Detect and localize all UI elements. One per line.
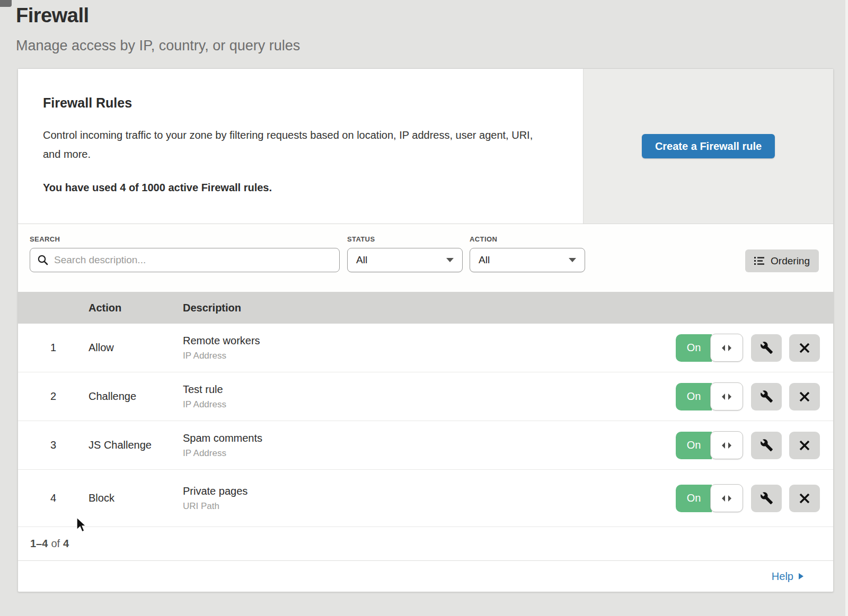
action-column-header: Action bbox=[89, 302, 183, 314]
rule-description: Test rule bbox=[183, 383, 676, 396]
rule-priority: 2 bbox=[18, 390, 89, 403]
chevron-down-icon bbox=[446, 258, 454, 262]
search-label: SEARCH bbox=[30, 235, 340, 243]
rule-description: Private pages bbox=[183, 485, 676, 497]
action-select[interactable]: All bbox=[470, 248, 585, 272]
rule-action: JS Challenge bbox=[89, 439, 183, 451]
table-row: 2 Challenge Test rule IP Address On bbox=[18, 372, 833, 421]
rules-usage-text: You have used 4 of 1000 active Firewall … bbox=[43, 182, 551, 194]
rule-match-type: URI Path bbox=[183, 501, 676, 512]
page-subtitle: Manage access by IP, country, or query r… bbox=[16, 38, 848, 54]
pagination-total: 4 bbox=[63, 538, 69, 550]
search-filter-group: SEARCH bbox=[30, 235, 340, 272]
wrench-icon bbox=[760, 492, 773, 505]
left-right-arrows-icon bbox=[721, 344, 732, 352]
edit-rule-button[interactable] bbox=[751, 334, 782, 362]
close-icon bbox=[799, 440, 810, 451]
close-icon bbox=[799, 493, 810, 504]
toggle-drag-handle[interactable] bbox=[710, 431, 743, 459]
rule-description: Remote workers bbox=[183, 335, 676, 347]
rules-card-title: Firewall Rules bbox=[43, 95, 551, 111]
rule-match-type: IP Address bbox=[183, 399, 676, 410]
rule-description: Spam comments bbox=[183, 432, 676, 444]
search-input[interactable] bbox=[30, 248, 340, 272]
rule-enabled-toggle[interactable]: On bbox=[676, 334, 743, 362]
delete-rule-button[interactable] bbox=[789, 432, 820, 459]
table-row: 3 JS Challenge Spam comments IP Address … bbox=[18, 421, 833, 470]
rule-match-type: IP Address bbox=[183, 448, 676, 459]
rules-info: Firewall Rules Control incoming traffic … bbox=[18, 69, 583, 224]
toggle-on-label: On bbox=[676, 485, 712, 512]
left-right-arrows-icon bbox=[721, 495, 732, 502]
action-label: ACTION bbox=[470, 235, 585, 243]
toggle-drag-handle[interactable] bbox=[710, 382, 743, 410]
rule-action: Allow bbox=[89, 342, 183, 354]
ordering-button[interactable]: Ordering bbox=[745, 249, 819, 272]
ordering-button-label: Ordering bbox=[771, 255, 810, 267]
ordering-list-icon bbox=[754, 256, 765, 265]
wrench-icon bbox=[760, 341, 773, 354]
toggle-on-label: On bbox=[676, 334, 712, 362]
help-link[interactable]: Help bbox=[772, 570, 804, 583]
rules-summary-section: Firewall Rules Control incoming traffic … bbox=[18, 69, 833, 224]
create-firewall-rule-button[interactable]: Create a Firewall rule bbox=[642, 134, 775, 158]
pagination-range: 1–4 bbox=[30, 538, 48, 550]
rule-match-type: IP Address bbox=[183, 351, 676, 361]
edit-rule-button[interactable] bbox=[751, 383, 782, 410]
filter-bar: SEARCH STATUS All ACTION All bbox=[18, 224, 833, 292]
left-right-arrows-icon bbox=[721, 393, 732, 400]
status-selected-value: All bbox=[356, 254, 367, 266]
scrollbar-track[interactable] bbox=[845, 0, 848, 616]
rule-enabled-toggle[interactable]: On bbox=[676, 431, 743, 459]
rules-side-panel: Create a Firewall rule bbox=[583, 69, 833, 224]
table-row: 1 Allow Remote workers IP Address On bbox=[18, 324, 833, 372]
toggle-on-label: On bbox=[676, 383, 712, 410]
pagination-bar: 1–4 of 4 bbox=[18, 527, 833, 561]
delete-rule-button[interactable] bbox=[789, 383, 820, 410]
toggle-drag-handle[interactable] bbox=[710, 484, 743, 512]
help-arrow-icon bbox=[798, 573, 804, 580]
close-icon bbox=[799, 342, 810, 354]
page-title: Firewall bbox=[16, 4, 848, 27]
status-label: STATUS bbox=[347, 235, 463, 243]
table-row: 4 Block Private pages URI Path On bbox=[18, 470, 833, 527]
delete-rule-button[interactable] bbox=[789, 334, 820, 362]
rule-action: Challenge bbox=[89, 390, 183, 403]
help-link-label: Help bbox=[772, 570, 793, 583]
rule-priority: 4 bbox=[18, 492, 89, 504]
chevron-down-icon bbox=[569, 258, 576, 262]
pagination-of: of bbox=[51, 538, 60, 550]
window-corner-artifact bbox=[0, 0, 12, 7]
action-selected-value: All bbox=[479, 254, 490, 266]
left-right-arrows-icon bbox=[721, 442, 732, 449]
description-column-header: Description bbox=[183, 302, 833, 314]
edit-rule-button[interactable] bbox=[751, 485, 782, 512]
wrench-icon bbox=[760, 439, 773, 452]
toggle-on-label: On bbox=[676, 432, 712, 459]
rule-enabled-toggle[interactable]: On bbox=[676, 484, 743, 512]
page-header: Firewall Manage access by IP, country, o… bbox=[0, 0, 848, 54]
rule-enabled-toggle[interactable]: On bbox=[676, 382, 743, 410]
toggle-drag-handle[interactable] bbox=[710, 334, 743, 362]
help-bar: Help bbox=[18, 561, 833, 592]
table-header-row: Action Description bbox=[18, 292, 833, 324]
mouse-pointer-cursor bbox=[76, 517, 89, 534]
edit-rule-button[interactable] bbox=[751, 432, 782, 459]
delete-rule-button[interactable] bbox=[789, 485, 820, 512]
rules-card-description: Control incoming traffic to your zone by… bbox=[43, 126, 546, 164]
rule-priority: 3 bbox=[18, 439, 89, 451]
search-icon bbox=[37, 254, 49, 266]
action-filter-group: ACTION All bbox=[470, 235, 585, 272]
close-icon bbox=[799, 391, 810, 403]
firewall-rules-card: Firewall Rules Control incoming traffic … bbox=[17, 68, 834, 592]
rule-action: Block bbox=[89, 492, 183, 504]
wrench-icon bbox=[760, 390, 773, 403]
rule-priority: 1 bbox=[18, 342, 89, 354]
status-filter-group: STATUS All bbox=[347, 235, 463, 272]
status-select[interactable]: All bbox=[347, 248, 463, 272]
